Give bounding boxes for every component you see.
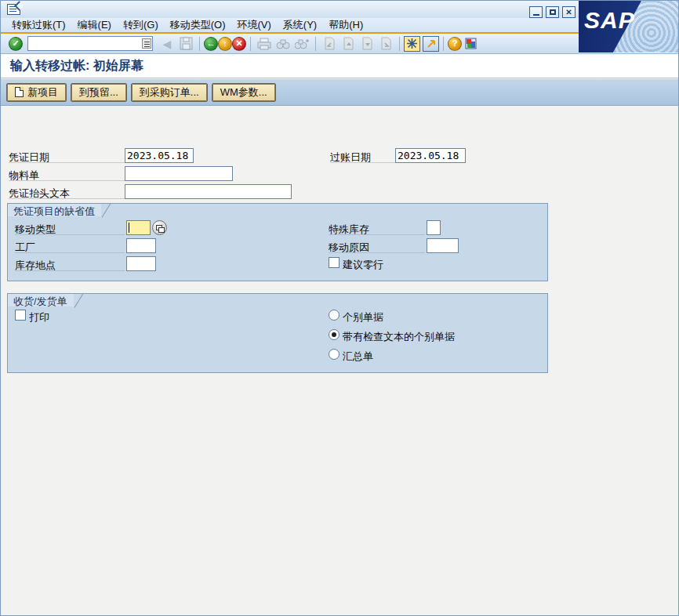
- customize-layout-icon[interactable]: [463, 35, 480, 52]
- toolbar-separator: [250, 37, 251, 51]
- command-field[interactable]: [27, 36, 153, 51]
- standard-toolbar: ✓ ◀ ← ↑ ✕: [1, 34, 579, 53]
- back-arrow-icon[interactable]: ◀: [158, 35, 176, 52]
- cancel-icon[interactable]: ✕: [232, 37, 246, 51]
- window-titlebar: ✕: [1, 1, 679, 18]
- back-icon[interactable]: ←: [204, 37, 218, 51]
- to-reservation-label: 到预留...: [79, 85, 118, 100]
- menu-transfer-posting[interactable]: 转账过账(T): [12, 18, 66, 32]
- first-page-icon[interactable]: [321, 35, 338, 52]
- print-label: 打印: [29, 310, 49, 324]
- storage-location-label: 库存地点: [15, 259, 56, 273]
- wm-parameters-button[interactable]: WM参数...: [212, 84, 275, 101]
- to-purchase-order-button[interactable]: 到采购订单...: [132, 84, 207, 101]
- document-date-label: 凭证日期: [9, 150, 49, 165]
- material-slip-field[interactable]: [125, 166, 233, 181]
- document-date-field[interactable]: [125, 148, 194, 163]
- movement-type-label: 移动类型: [15, 223, 56, 237]
- posting-date-field[interactable]: [395, 148, 466, 163]
- toolbar-separator: [443, 37, 444, 51]
- collective-slip-radio[interactable]: [329, 349, 340, 360]
- window-controls: ✕: [529, 6, 576, 18]
- wm-parameters-label: WM参数...: [220, 85, 267, 100]
- movement-reason-label: 移动原因: [329, 241, 369, 255]
- material-slip-label: 物料单: [9, 168, 39, 183]
- posting-date-label: 过账日期: [330, 150, 371, 165]
- individual-slip-with-inspection-text-radio[interactable]: [329, 329, 340, 340]
- defaults-groupbox-title-text: 凭证项目的缺省值: [13, 205, 95, 217]
- find-next-icon[interactable]: [293, 35, 310, 52]
- menu-system[interactable]: 系统(Y): [283, 18, 317, 32]
- plant-field[interactable]: [126, 238, 156, 253]
- create-shortcut-icon[interactable]: [423, 36, 439, 52]
- new-session-icon[interactable]: [404, 36, 420, 52]
- screen-title: 输入转移过帐: 初始屏幕: [1, 53, 679, 78]
- maximize-button[interactable]: [546, 6, 559, 18]
- find-icon[interactable]: [274, 35, 292, 52]
- sap-logo: SAP: [579, 1, 679, 53]
- defaults-groupbox-title: 凭证项目的缺省值: [7, 203, 101, 216]
- screen-body: 凭证日期 过账日期 物料单 凭证抬头文本 凭证项目的缺省值 移动类型 特殊库存 …: [1, 106, 679, 616]
- movement-type-field[interactable]: [126, 220, 151, 235]
- last-page-icon[interactable]: [377, 35, 394, 52]
- help-icon[interactable]: ?: [448, 37, 462, 51]
- special-stock-field[interactable]: [427, 220, 441, 235]
- new-item-label: 新项目: [27, 85, 58, 100]
- maximize-icon: [550, 9, 556, 15]
- enter-icon[interactable]: ✓: [9, 37, 23, 51]
- menu-edit[interactable]: 编辑(E): [78, 18, 111, 32]
- menu-help[interactable]: 帮助(H): [329, 18, 363, 32]
- print-icon[interactable]: [256, 35, 273, 52]
- suggest-zero-lines-label: 建议零行: [343, 258, 383, 272]
- individual-slip-radio[interactable]: [329, 310, 340, 321]
- special-stock-label: 特殊库存: [329, 223, 369, 237]
- menu-goto[interactable]: 转到(G): [123, 18, 158, 32]
- individual-slip-label: 个别单据: [343, 310, 383, 324]
- next-page-icon[interactable]: [358, 35, 376, 52]
- screen-title-text: 输入转移过帐: 初始屏幕: [10, 58, 143, 74]
- command-field-wrap: [27, 36, 153, 52]
- text-cursor: [129, 223, 129, 233]
- exit-icon[interactable]: ↑: [218, 37, 232, 51]
- toolbar-separator: [199, 37, 200, 51]
- collective-slip-label: 汇总单: [343, 350, 373, 364]
- to-purchase-order-label: 到采购订单...: [140, 85, 199, 100]
- toolbar-separator: [399, 37, 400, 51]
- print-checkbox[interactable]: [15, 310, 26, 321]
- window-system-icon[interactable]: [7, 4, 20, 15]
- sap-gui-window: ✕ 转账过账(T) 编辑(E) 转到(G) 移动类型(O) 环境(V) 系统(Y…: [0, 0, 679, 616]
- plant-label: 工厂: [15, 241, 35, 255]
- save-icon[interactable]: [177, 35, 194, 52]
- gr-gi-slip-groupbox: [7, 293, 548, 373]
- menu-environment[interactable]: 环境(V): [238, 18, 271, 32]
- toolbar-separator: [315, 37, 316, 51]
- close-button[interactable]: ✕: [562, 6, 576, 18]
- doc-header-text-label: 凭证抬头文本: [9, 187, 70, 201]
- sap-logo-text: SAP: [584, 7, 635, 34]
- previous-page-icon[interactable]: [340, 35, 357, 52]
- menu-bar: 转账过账(T) 编辑(E) 转到(G) 移动类型(O) 环境(V) 系统(Y) …: [1, 18, 579, 32]
- gr-gi-slip-groupbox-title: 收货/发货单: [7, 293, 74, 306]
- close-icon: ✕: [565, 9, 572, 16]
- new-document-icon: [15, 87, 24, 97]
- minimize-icon: [533, 14, 539, 16]
- to-reservation-button[interactable]: 到预留...: [71, 84, 126, 101]
- new-item-button[interactable]: 新项目: [7, 84, 66, 101]
- movement-reason-field[interactable]: [427, 238, 459, 253]
- suggest-zero-lines-checkbox[interactable]: [329, 257, 340, 268]
- movement-type-matchcode-icon[interactable]: [152, 220, 167, 235]
- doc-header-text-field[interactable]: [125, 184, 292, 199]
- gr-gi-slip-groupbox-title-text: 收货/发货单: [13, 295, 67, 307]
- minimize-button[interactable]: [529, 6, 543, 18]
- individual-slip-with-inspection-text-label: 带有检查文本的个别单据: [343, 330, 455, 344]
- storage-location-field[interactable]: [126, 256, 156, 271]
- command-history-icon[interactable]: [142, 38, 151, 49]
- application-toolbar: 新项目 到预留... 到采购订单... WM参数...: [1, 79, 679, 106]
- menu-movement-type[interactable]: 移动类型(O): [170, 18, 226, 32]
